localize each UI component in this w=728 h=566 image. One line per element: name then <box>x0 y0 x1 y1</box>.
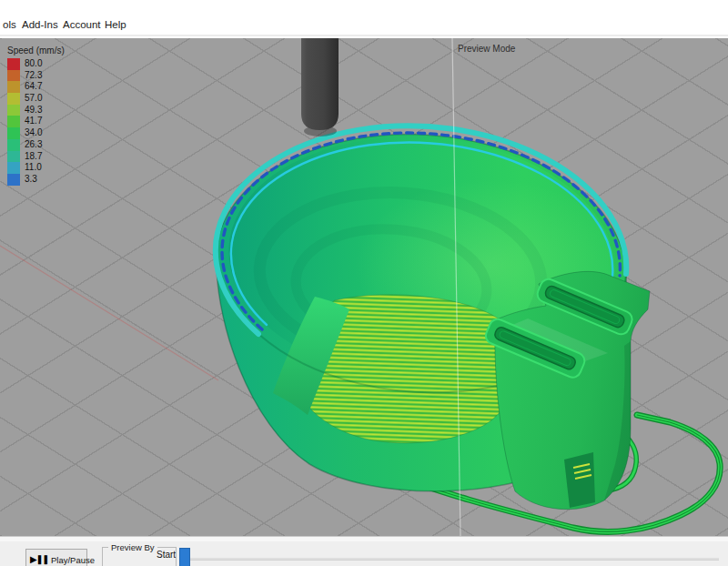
bed-axis-line <box>0 246 218 380</box>
slider-start-label: Start <box>157 550 176 560</box>
legend-value: 64.7 <box>25 81 42 93</box>
print-preview-canvas <box>0 38 728 536</box>
legend-entry: 3.3 <box>7 174 65 186</box>
menu-bar: ols Add-Ins Account Help <box>0 0 728 36</box>
extruder-nozzle <box>301 38 339 130</box>
legend-color-swatch <box>7 105 20 116</box>
legend-value: 18.7 <box>25 151 42 163</box>
legend-entry: 11.0 <box>7 162 65 174</box>
legend-color-swatch <box>7 58 20 70</box>
application-window: ols Add-Ins Account Help Speed (mm/s) 80… <box>0 0 728 566</box>
preview-by-label: Preview By <box>108 542 157 552</box>
legend-entry: 64.7 <box>7 81 65 93</box>
legend-value: 34.0 <box>25 127 42 139</box>
menu-item-account[interactable]: Account <box>63 19 101 30</box>
legend-color-swatch <box>7 162 20 174</box>
legend-entry: 72.3 <box>7 70 65 82</box>
legend-value: 11.0 <box>25 162 42 174</box>
legend-color-swatch <box>7 116 20 127</box>
legend-value: 3.3 <box>25 174 37 186</box>
menu-item-help[interactable]: Help <box>105 19 126 30</box>
legend-value: 41.7 <box>25 116 42 127</box>
legend-color-swatch <box>7 93 20 105</box>
legend-value: 72.3 <box>25 70 42 82</box>
play-pause-button[interactable]: ▶❚❚ Play/Pause <box>25 549 87 566</box>
preview-mode-label: Preview Mode <box>458 44 515 54</box>
legend-value: 57.0 <box>25 93 42 105</box>
speed-legend: Speed (mm/s) 80.072.364.757.049.341.734.… <box>7 45 65 186</box>
menu-item-tools-partial[interactable]: ols <box>3 19 16 30</box>
legend-color-swatch <box>7 70 20 82</box>
legend-color-swatch <box>7 81 20 93</box>
legend-entry: 34.0 <box>7 127 65 139</box>
legend-entry: 49.3 <box>7 105 65 116</box>
preview-control-bar: ▶❚❚ Play/Pause Preview By Start <box>0 536 728 566</box>
timeline-slider-track[interactable] <box>180 558 719 561</box>
legend-color-swatch <box>7 151 20 163</box>
speed-legend-entries: 80.072.364.757.049.341.734.026.318.711.0… <box>7 58 65 186</box>
legend-value: 80.0 <box>25 58 42 70</box>
legend-entry: 57.0 <box>7 93 65 105</box>
play-pause-label: Play/Pause <box>51 555 95 565</box>
timeline-slider-handle[interactable] <box>179 548 190 566</box>
legend-color-swatch <box>7 139 20 151</box>
menu-item-add-ins[interactable]: Add-Ins <box>22 19 58 30</box>
legend-entry: 26.3 <box>7 139 65 151</box>
legend-entry: 18.7 <box>7 151 65 163</box>
legend-entry: 80.0 <box>7 58 65 70</box>
play-pause-icon: ▶❚❚ <box>30 555 48 564</box>
preview-3d-viewport[interactable]: Speed (mm/s) 80.072.364.757.049.341.734.… <box>0 38 728 536</box>
legend-value: 26.3 <box>25 139 42 151</box>
legend-color-swatch <box>7 174 20 186</box>
speed-legend-title: Speed (mm/s) <box>7 45 65 56</box>
legend-color-swatch <box>7 127 20 139</box>
legend-entry: 41.7 <box>7 116 65 127</box>
legend-value: 49.3 <box>25 105 42 116</box>
